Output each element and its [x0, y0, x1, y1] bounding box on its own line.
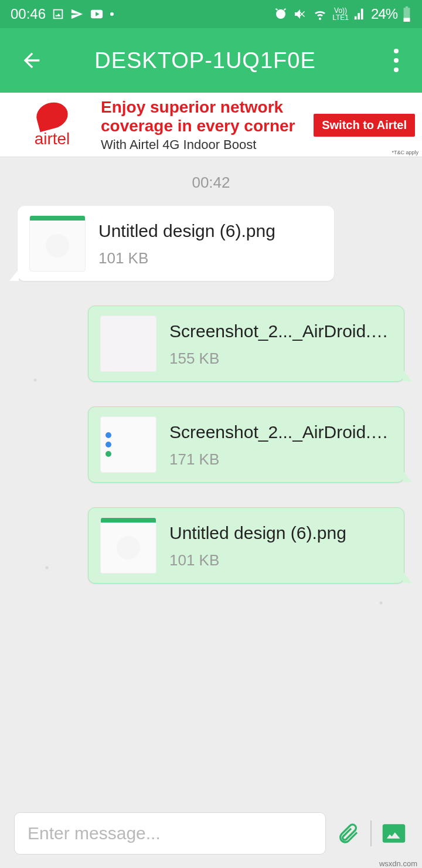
file-thumbnail [29, 215, 86, 272]
svg-point-1 [394, 58, 399, 63]
send-icon [70, 8, 83, 21]
message-bubble[interactable]: Screenshot_2..._AirDroid.jpg 155 KB [88, 306, 404, 382]
file-name: Untitled design (6).png [98, 219, 322, 242]
file-name: Screenshot_2..._AirDroid.jpg [169, 320, 392, 343]
ad-banner[interactable]: airtel Enjoy superior network coverage i… [0, 93, 422, 157]
status-left: 00:46 [11, 6, 114, 22]
file-thumbnail [100, 416, 156, 473]
image-button[interactable] [380, 819, 408, 847]
battery-icon [402, 6, 411, 22]
attach-button[interactable] [334, 819, 362, 847]
file-name: Screenshot_2..._AirDroid.jpg [169, 421, 392, 443]
overflow-menu-button[interactable] [384, 49, 408, 72]
paperclip-icon [336, 822, 360, 845]
ad-disclaimer: *T&C apply [392, 150, 418, 155]
chat-timestamp: 00:42 [0, 174, 422, 192]
file-info: Screenshot_2..._AirDroid.jpg 171 KB [169, 421, 392, 469]
file-name: Untitled design (6).png [169, 521, 392, 544]
status-right: Vo)) LTE1 24% [274, 6, 411, 22]
file-info: Untitled design (6).png 101 KB [169, 521, 392, 569]
ad-text: Enjoy superior network coverage in every… [90, 98, 314, 152]
image-icon [52, 8, 64, 21]
separator [370, 820, 372, 846]
clock: 00:46 [11, 6, 46, 22]
watermark: wsxdn.com [378, 859, 418, 868]
file-size: 101 KB [98, 249, 322, 267]
file-info: Untitled design (6).png 101 KB [98, 219, 322, 267]
svg-point-2 [394, 67, 399, 72]
volte-icon: Vo)) LTE1 [332, 7, 349, 21]
file-thumbnail [100, 316, 156, 372]
file-size: 155 KB [169, 350, 392, 368]
file-info: Screenshot_2..._AirDroid.jpg 155 KB [169, 320, 392, 368]
alarm-icon [274, 7, 288, 21]
file-size: 101 KB [169, 551, 392, 569]
ad-subline: With Airtel 4G Indoor Boost [101, 137, 314, 152]
file-size: 171 KB [169, 450, 392, 469]
signal-icon [353, 8, 366, 21]
more-dot-icon [110, 12, 114, 16]
input-bar [0, 809, 422, 857]
file-thumbnail [100, 517, 156, 574]
chat-area[interactable]: 00:42 Untitled design (6).png 101 KB Scr… [0, 157, 422, 805]
message-input[interactable] [14, 812, 326, 855]
message-bubble[interactable]: Untitled design (6).png 101 KB [18, 206, 334, 281]
status-bar: 00:46 Vo)) LTE1 24% [0, 0, 422, 28]
mute-icon [292, 7, 308, 21]
app-bar: DESKTOP-1UQ1F0E [0, 28, 422, 93]
page-title: DESKTOP-1UQ1F0E [26, 48, 384, 73]
picture-icon [382, 821, 406, 846]
message-bubble[interactable]: Screenshot_2..._AirDroid.jpg 171 KB [88, 406, 404, 483]
svg-point-0 [394, 49, 399, 53]
wifi-icon [312, 7, 328, 21]
airtel-swirl-icon [33, 99, 71, 131]
youtube-icon [89, 8, 104, 21]
battery-text: 24% [371, 6, 397, 22]
ad-logo: airtel [14, 103, 90, 148]
message-bubble[interactable]: Untitled design (6).png 101 KB [88, 507, 404, 584]
ad-cta-button[interactable]: Switch to Airtel [314, 114, 415, 137]
more-vertical-icon [393, 49, 399, 72]
ad-headline: Enjoy superior network coverage in every… [101, 98, 314, 135]
